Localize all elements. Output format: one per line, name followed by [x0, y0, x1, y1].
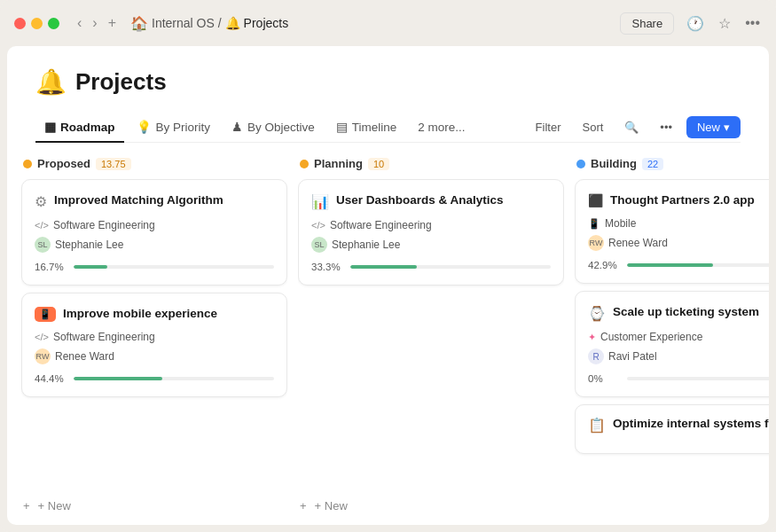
titlebar: ‹ › + 🏠 Internal OS / 🔔 Projects Share 🕐…: [0, 0, 776, 46]
column-proposed: Proposed 13.75 ⚙ Improved Matching Algor…: [21, 157, 287, 520]
card-title-row: ⚙ Improved Matching Algorithm: [35, 192, 274, 210]
mobile-icon: 📱: [588, 218, 600, 230]
cards-building: ⬛ Thought Partners 2.0 app 📱 Mobile RW R…: [575, 179, 769, 520]
app-window: ‹ › + 🏠 Internal OS / 🔔 Projects Share 🕐…: [0, 0, 776, 532]
search-button[interactable]: 🔍: [617, 117, 646, 137]
card-tag-5: ✦ Customer Experience: [588, 331, 769, 343]
avatar-stephanie-2: SL: [311, 237, 327, 253]
add-new-proposed[interactable]: + + New: [21, 492, 287, 520]
more-options-icon[interactable]: •••: [743, 13, 762, 33]
card-tag-3: </> Software Engineering: [311, 219, 551, 231]
card-title-row-4: ⬛ Thought Partners 2.0 app: [588, 192, 769, 208]
card-thought-partners[interactable]: ⬛ Thought Partners 2.0 app 📱 Mobile RW R…: [575, 179, 769, 284]
progress-bar-bg-5: [627, 377, 769, 380]
board-area: Proposed 13.75 ⚙ Improved Matching Algor…: [7, 143, 769, 520]
card-improve-mobile[interactable]: 📱 Improve mobile experience </> Software…: [21, 293, 287, 397]
share-button[interactable]: Share: [620, 12, 674, 35]
timeline-icon: ▤: [336, 120, 348, 134]
tab-objective[interactable]: ♟ By Objective: [223, 113, 324, 143]
page-title: Projects: [75, 68, 167, 96]
tab-more[interactable]: 2 more...: [409, 113, 474, 143]
maximize-button[interactable]: [48, 18, 59, 29]
progress-row-2: 44.4%: [35, 373, 274, 384]
card-icon-black-square: ⬛: [588, 193, 603, 207]
minimize-button[interactable]: [31, 18, 43, 29]
breadcrumb-parent[interactable]: Internal OS /: [152, 16, 222, 30]
plus-icon-proposed: +: [23, 499, 30, 512]
card-meta-3: </> Software Engineering SL Stephanie Le…: [311, 219, 551, 253]
page-header: 🔔 Projects ▦ Roadmap 💡 By Priority ♟ By …: [7, 46, 769, 143]
nav-buttons: ‹ › +: [74, 13, 120, 33]
card-improved-matching[interactable]: ⚙ Improved Matching Algorithm </> Softwa…: [21, 179, 287, 286]
dot-proposed: [23, 160, 32, 168]
card-assignee: SL Stephanie Lee: [35, 237, 274, 253]
card-title-row-3: 📊 User Dashboards & Analytics: [311, 192, 551, 210]
card-scale-ticketing[interactable]: ⌚ Scale up ticketing system ✦ Customer E…: [575, 291, 769, 397]
add-new-planning[interactable]: + + New: [298, 492, 564, 520]
progress-row: 16.7%: [35, 262, 274, 272]
card-assignee-4: RW Renee Ward: [588, 235, 769, 251]
card-icon-watch: ⌚: [588, 305, 606, 322]
card-icon-wrench: ⚙: [35, 193, 47, 210]
filter-button[interactable]: Filter: [529, 117, 568, 137]
code-icon-3: </>: [311, 220, 325, 231]
avatar-renee: RW: [35, 348, 51, 364]
card-title-row-2: 📱 Improve mobile experience: [35, 306, 274, 322]
tab-priority[interactable]: 💡 By Priority: [128, 113, 220, 143]
back-button[interactable]: ‹: [74, 13, 85, 33]
progress-row-3: 33.3%: [311, 262, 551, 272]
code-icon: </>: [35, 220, 49, 231]
main-content: 🔔 Projects ▦ Roadmap 💡 By Priority ♟ By …: [7, 46, 769, 525]
history-icon[interactable]: 🕐: [685, 13, 706, 34]
card-assignee-2: RW Renee Ward: [35, 348, 274, 364]
progress-bar-bg-4: [627, 263, 769, 267]
card-meta-5: ✦ Customer Experience R Ravi Patel: [588, 331, 769, 364]
progress-bar-fill-4: [627, 263, 713, 267]
progress-bar-fill-3: [350, 265, 417, 269]
toolbar-actions: Filter Sort 🔍 ••• New ▾: [529, 116, 741, 138]
progress-bar-bg-2: [74, 377, 274, 380]
progress-bar-fill-2: [74, 377, 162, 380]
progress-bar-bg: [74, 265, 274, 269]
column-header-proposed: Proposed 13.75: [21, 157, 287, 170]
new-button[interactable]: New ▾: [686, 116, 741, 138]
card-user-dashboards[interactable]: 📊 User Dashboards & Analytics </> Softwa…: [298, 179, 564, 286]
tab-roadmap[interactable]: ▦ Roadmap: [35, 113, 124, 143]
traffic-lights: [14, 18, 59, 29]
plus-icon-planning: +: [300, 499, 307, 512]
objective-icon: ♟: [231, 120, 243, 134]
breadcrumb-current: Projects: [244, 16, 289, 30]
chevron-down-icon: ▾: [724, 121, 730, 134]
progress-row-4: 42.9%: [588, 260, 769, 270]
card-meta-2: </> Software Engineering RW Renee Ward: [35, 331, 274, 364]
card-optimize-internal[interactable]: 📋 Optimize internal systems for: [575, 404, 769, 454]
add-button[interactable]: +: [105, 13, 120, 33]
card-tag-2: </> Software Engineering: [35, 331, 274, 343]
code-icon-2: </>: [35, 332, 49, 342]
home-icon: 🏠: [130, 15, 148, 32]
options-button[interactable]: •••: [653, 117, 679, 137]
titlebar-actions: Share 🕐 ☆ •••: [620, 12, 762, 35]
card-assignee-3: SL Stephanie Lee: [311, 237, 551, 253]
column-building: Building 22 ⬛ Thought Partners 2.0 app 📱: [575, 157, 769, 520]
card-icon-chart: 📊: [311, 193, 329, 210]
column-header-building: Building 22: [575, 157, 769, 170]
page-title-icon: 🔔: [35, 67, 67, 97]
card-assignee-5: R Ravi Patel: [588, 348, 769, 364]
page-title-row: 🔔 Projects: [35, 67, 741, 97]
cards-proposed: ⚙ Improved Matching Algorithm </> Softwa…: [21, 179, 287, 492]
avatar-ravi: R: [588, 348, 604, 364]
card-title-row-6: 📋 Optimize internal systems for: [588, 416, 769, 434]
sort-button[interactable]: Sort: [575, 117, 610, 137]
customer-icon: ✦: [588, 332, 596, 343]
forward-button[interactable]: ›: [89, 13, 100, 33]
tab-timeline[interactable]: ▤ Timeline: [327, 113, 406, 143]
card-icon-clipboard: 📋: [588, 417, 606, 434]
cards-planning: 📊 User Dashboards & Analytics </> Softwa…: [298, 179, 564, 485]
avatar-renee-2: RW: [588, 235, 604, 251]
avatar-stephanie: SL: [35, 237, 51, 253]
star-icon[interactable]: ☆: [717, 13, 733, 34]
card-meta: </> Software Engineering SL Stephanie Le…: [35, 219, 274, 253]
progress-bar-bg-3: [350, 265, 551, 269]
close-button[interactable]: [14, 18, 26, 29]
